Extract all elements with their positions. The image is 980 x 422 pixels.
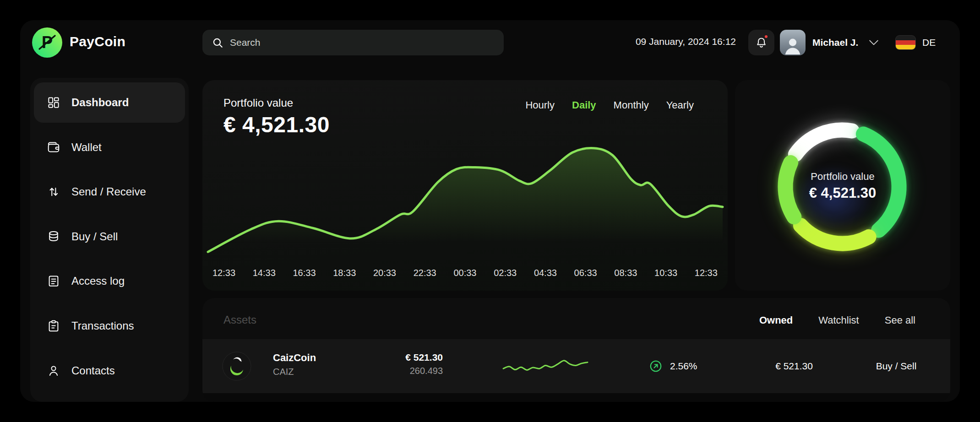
avatar [780, 30, 806, 55]
transactions-icon [47, 319, 60, 333]
trend-up-icon [649, 359, 663, 373]
sidebar-item-label: Access log [71, 275, 125, 287]
search-icon [212, 37, 223, 49]
x-axis-label: 12:33 [695, 268, 718, 278]
sidebar-item-send-receive[interactable]: Send / Receive [34, 172, 185, 212]
dashboard-icon [47, 96, 60, 109]
x-axis-labels: 12:33 14:33 16:33 18:33 20:33 22:33 00:3… [208, 268, 722, 278]
asset-name: CaizCoin [273, 352, 316, 364]
access-log-icon [47, 274, 60, 288]
asset-sparkline [503, 355, 588, 378]
buy-sell-button[interactable]: Buy / Sell [857, 339, 935, 393]
donut-center: Portfolio value € 4,521.30 [735, 171, 950, 201]
sidebar-item-buy-sell[interactable]: Buy / Sell [34, 216, 185, 257]
app-logo[interactable]: P [32, 27, 62, 58]
sidebar-item-label: Dashboard [71, 96, 129, 109]
asset-change-value: 2.56% [670, 361, 697, 372]
tab-daily[interactable]: Daily [572, 99, 596, 111]
app-name: PayCoin [70, 34, 125, 49]
portfolio-title: Portfolio value [223, 97, 293, 109]
user-photo-icon [782, 34, 803, 55]
language-code: DE [922, 37, 936, 48]
x-axis-label: 20:33 [373, 268, 396, 278]
asset-change: 2.56% [649, 339, 697, 393]
donut-value: € 4,521.30 [735, 185, 950, 201]
user-menu[interactable]: Michael J. [780, 30, 881, 55]
send-receive-icon [47, 185, 60, 199]
search-bar[interactable] [202, 30, 504, 55]
search-input[interactable] [230, 37, 495, 48]
x-axis-label: 00:33 [453, 268, 476, 278]
x-axis-label: 04:33 [534, 268, 557, 278]
user-name: Michael J. [812, 37, 858, 48]
chevron-down-icon [867, 36, 881, 49]
x-axis-label: 08:33 [614, 268, 637, 278]
line-chart-canvas [208, 144, 723, 259]
portfolio-value: € 4,521.30 [223, 112, 330, 137]
donut-title: Portfolio value [735, 171, 950, 183]
buy-sell-icon [47, 230, 60, 243]
asset-amount: 260.493 [363, 366, 443, 376]
tab-monthly[interactable]: Monthly [614, 99, 649, 111]
portfolio-donut-card: Portfolio value € 4,521.30 [735, 80, 950, 291]
paycoin-logo-icon: P [32, 27, 62, 58]
x-axis-label: 22:33 [414, 268, 436, 278]
notifications-button[interactable] [748, 30, 774, 55]
assets-title: Assets [223, 314, 256, 326]
x-axis-label: 14:33 [253, 268, 276, 278]
assets-card: Assets Owned Watchlist See all [202, 298, 950, 402]
x-axis-label: 02:33 [494, 268, 517, 278]
datetime: 09 January, 2024 16:12 [636, 36, 736, 47]
asset-name-group: CaizCoin CAIZ [273, 352, 316, 377]
x-axis-label: 10:33 [654, 268, 677, 278]
tab-hourly[interactable]: Hourly [525, 99, 555, 111]
contacts-icon [47, 364, 60, 378]
next-asset-row-partial [202, 393, 950, 402]
germany-flag-icon [895, 35, 916, 50]
asset-holdings: € 521.30 260.493 [363, 352, 443, 376]
sidebar-item-label: Wallet [71, 141, 102, 154]
asset-value: € 521.30 [363, 352, 443, 363]
sidebar-item-wallet[interactable]: Wallet [34, 127, 185, 168]
sidebar-item-label: Send / Receive [71, 185, 146, 198]
x-axis-label: 12:33 [212, 268, 235, 278]
x-axis-label: 16:33 [293, 268, 316, 278]
caizcoin-logo-icon [222, 352, 251, 381]
tab-yearly[interactable]: Yearly [666, 99, 694, 111]
sidebar-item-transactions[interactable]: Transactions [34, 306, 185, 346]
language-selector[interactable]: DE [895, 30, 936, 55]
tab-see-all[interactable]: See all [885, 314, 915, 326]
app-window: P PayCoin 09 January, 2024 16:12 [20, 20, 960, 402]
x-axis-label: 18:33 [333, 268, 356, 278]
tab-owned[interactable]: Owned [759, 314, 793, 326]
asset-row-caizcoin[interactable]: CaizCoin CAIZ € 521.30 260.493 2.56% € 5… [202, 339, 950, 393]
asset-symbol: CAIZ [273, 367, 316, 377]
x-axis-label: 06:33 [574, 268, 597, 278]
asset-price: € 521.30 [757, 339, 831, 393]
range-tabs: Hourly Daily Monthly Yearly [525, 99, 694, 111]
wallet-icon [47, 141, 60, 154]
sidebar-item-label: Buy / Sell [71, 230, 118, 243]
sidebar-item-contacts[interactable]: Contacts [34, 351, 185, 391]
assets-tabs: Owned Watchlist See all [759, 314, 915, 326]
portfolio-card: Portfolio value € 4,521.30 Hourly Daily … [202, 80, 728, 291]
notification-dot [763, 34, 769, 39]
portfolio-line-chart [208, 144, 723, 259]
sidebar-item-label: Contacts [71, 364, 115, 377]
page: P PayCoin 09 January, 2024 16:12 [0, 0, 980, 422]
sidebar: Dashboard Wallet Send / Receive [30, 78, 189, 402]
sidebar-item-access-log[interactable]: Access log [34, 261, 185, 301]
sidebar-item-label: Transactions [71, 319, 134, 332]
sidebar-item-dashboard[interactable]: Dashboard [34, 82, 185, 123]
tab-watchlist[interactable]: Watchlist [818, 314, 859, 326]
